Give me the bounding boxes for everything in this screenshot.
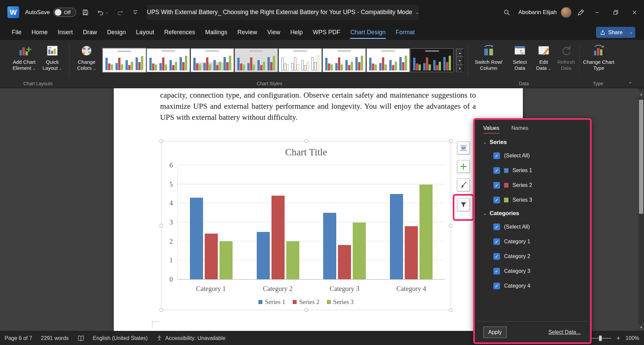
customize-quick-access-button[interactable]	[129, 5, 141, 19]
chart-styles-button[interactable]	[457, 179, 470, 191]
change-chart-type-button[interactable]: Change Chart Type	[582, 43, 615, 80]
chart-filters-button[interactable]	[457, 198, 470, 211]
tab-review[interactable]: Review	[232, 24, 262, 40]
collapse-ribbon-button[interactable]: ⌄	[625, 78, 635, 86]
selection-handle[interactable]	[449, 224, 453, 228]
tab-design[interactable]: Design	[102, 24, 131, 40]
chart-style-option-4[interactable]	[235, 48, 278, 72]
bar-series-2-category-4[interactable]	[405, 226, 418, 279]
selection-handle[interactable]	[159, 139, 163, 143]
chart-object[interactable]: Chart Title 0123456 Category 1Category 2…	[161, 141, 451, 310]
close-button[interactable]	[625, 0, 644, 24]
filter-row-series-2[interactable]: ✓Series 2	[475, 178, 590, 193]
proofing-button[interactable]	[78, 335, 84, 341]
bar-series-2-category-2[interactable]	[271, 196, 285, 279]
selection-handle[interactable]	[304, 308, 308, 312]
bar-series-3-category-4[interactable]	[419, 185, 433, 280]
filter-row-category-1[interactable]: ✓Category 1	[475, 234, 590, 249]
select-data-button[interactable]: Select Data	[507, 43, 532, 80]
apply-button[interactable]: Apply	[483, 327, 507, 338]
series-section-header[interactable]: ⌄ Series	[475, 136, 590, 148]
bar-series-3-category-3[interactable]	[353, 223, 366, 280]
add-chart-element-button[interactable]: Add Chart Element ⌄	[9, 43, 40, 80]
chart-elements-button[interactable]	[457, 160, 470, 173]
zoom-slider-thumb[interactable]	[599, 336, 602, 341]
chart-style-option-6[interactable]	[323, 48, 366, 72]
checkbox-icon[interactable]: ✓	[493, 152, 500, 159]
bar-series-1-category-3[interactable]	[323, 213, 336, 279]
tab-chart-design[interactable]: Chart Design	[345, 24, 391, 40]
tab-draw[interactable]: Draw	[78, 24, 102, 40]
select-data-link[interactable]: Select Data...	[548, 329, 581, 335]
filter-tab-names[interactable]: Names	[511, 125, 529, 134]
filter-row-category-2[interactable]: ✓Category 2	[475, 249, 590, 264]
selection-handle[interactable]	[449, 139, 453, 143]
checkbox-icon[interactable]: ✓	[493, 167, 500, 174]
undo-button[interactable]: ⌄	[94, 5, 111, 19]
autosave-toggle[interactable]: Off	[53, 8, 76, 17]
share-button[interactable]: Share ⌄	[596, 27, 635, 38]
chart-legend[interactable]: Series 1Series 2Series 3	[161, 298, 451, 306]
checkbox-icon[interactable]: ✓	[493, 283, 500, 289]
tab-references[interactable]: References	[159, 24, 200, 40]
word-count[interactable]: 2291 words	[41, 335, 69, 341]
search-button[interactable]	[500, 5, 513, 19]
tab-help[interactable]: Help	[285, 24, 308, 40]
checkbox-icon[interactable]: ✓	[493, 238, 500, 245]
checkbox-icon[interactable]: ✓	[493, 182, 500, 189]
bar-series-3-category-2[interactable]	[286, 241, 299, 279]
zoom-level[interactable]: 100%	[626, 335, 639, 341]
ink-editor-button[interactable]	[574, 5, 588, 19]
filter-tab-values[interactable]: Values	[483, 125, 499, 134]
share-dropdown-icon[interactable]: ⌄	[627, 27, 635, 38]
tab-layout[interactable]: Layout	[131, 24, 159, 40]
redo-button[interactable]	[114, 5, 127, 19]
chart-plot[interactable]	[178, 165, 445, 280]
filter-row-series-1[interactable]: ✓Series 1	[475, 163, 590, 178]
selection-handle[interactable]	[159, 308, 163, 312]
bar-series-1-category-2[interactable]	[257, 232, 270, 279]
zoom-in-button[interactable]: +	[616, 335, 620, 342]
page-indicator[interactable]: Page 6 of 7	[5, 335, 32, 341]
tab-file[interactable]: File	[7, 24, 27, 40]
filter-row-category-4[interactable]: ✓Category 4	[475, 279, 590, 293]
share-button-main[interactable]: Share	[596, 27, 627, 38]
tab-insert[interactable]: Insert	[53, 24, 78, 40]
chart-title[interactable]: Chart Title	[161, 147, 451, 158]
document-title[interactable]: UPS With External Battery_ Choosing the …	[147, 5, 419, 20]
tab-home[interactable]: Home	[27, 24, 53, 40]
tab-wps-pdf[interactable]: WPS PDF	[308, 24, 345, 40]
zoom-slider[interactable]	[590, 338, 611, 339]
bar-series-2-category-3[interactable]	[338, 245, 351, 279]
language-indicator[interactable]: English (United States)	[93, 335, 148, 341]
scroll-up-icon[interactable]: ▲	[638, 91, 644, 98]
filter-row-select-all[interactable]: ✓(Select All)	[475, 148, 590, 163]
word-logo-icon[interactable]: W	[7, 6, 19, 18]
undo-dropdown-icon[interactable]: ⌄	[105, 10, 108, 14]
chart-style-option-7[interactable]	[366, 48, 410, 72]
tab-mailings[interactable]: Mailings	[200, 24, 232, 40]
chart-style-option-8[interactable]	[410, 48, 454, 72]
tab-view[interactable]: View	[262, 24, 285, 40]
bar-series-2-category-1[interactable]	[205, 234, 218, 279]
change-colors-button[interactable]: Change Colors ⌄	[71, 43, 102, 80]
chart-style-option-5[interactable]	[279, 48, 322, 72]
chart-style-option-2[interactable]	[147, 48, 190, 72]
gallery-scroll-up-icon[interactable]: ▴	[456, 49, 463, 56]
checkbox-icon[interactable]: ✓	[493, 268, 500, 275]
accessibility-status[interactable]: Accessibility: Unavailable	[156, 335, 226, 341]
scrollbar-thumb[interactable]	[639, 100, 643, 214]
selection-handle[interactable]	[159, 224, 163, 228]
bar-series-1-category-1[interactable]	[190, 198, 203, 279]
filter-row-category-3[interactable]: ✓Category 3	[475, 264, 590, 279]
checkbox-icon[interactable]: ✓	[493, 224, 500, 230]
filter-row-select-all[interactable]: ✓(Select All)	[475, 219, 590, 234]
bar-series-3-category-1[interactable]	[219, 241, 233, 279]
restore-button[interactable]	[606, 0, 625, 24]
quick-layout-button[interactable]: Quick Layout ⌄	[38, 43, 67, 80]
filter-row-series-3[interactable]: ✓Series 3	[475, 193, 590, 207]
gallery-scroll-down-icon[interactable]: ▾	[456, 56, 463, 64]
switch-row-column-button[interactable]: Switch Row/ Column	[471, 43, 506, 80]
checkbox-icon[interactable]: ✓	[493, 253, 500, 260]
user-name[interactable]: Abobarin Elijah	[518, 9, 557, 16]
